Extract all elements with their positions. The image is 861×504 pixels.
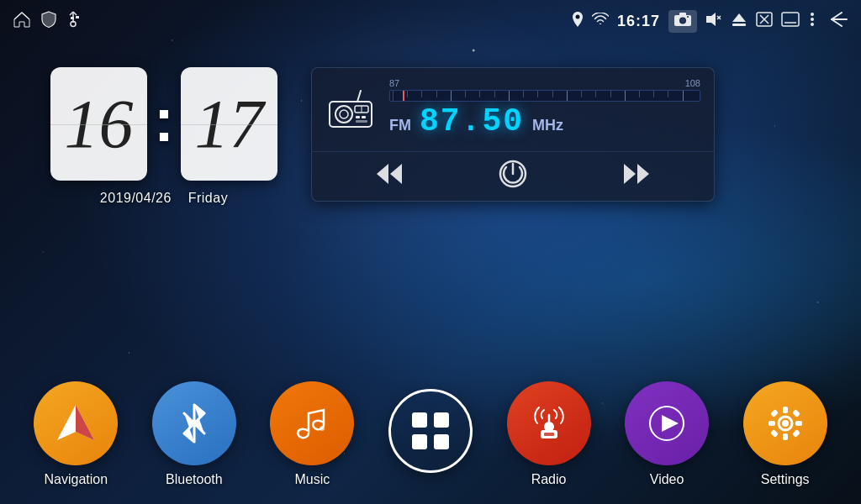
app-video[interactable]: Video (625, 381, 709, 487)
svg-rect-58 (792, 409, 800, 417)
settings-icon (763, 402, 807, 445)
usb-icon (66, 11, 80, 32)
settings-label: Settings (761, 472, 810, 487)
camera-icon[interactable] (668, 10, 697, 33)
svg-rect-20 (782, 13, 799, 26)
svg-rect-60 (792, 429, 800, 438)
back-icon[interactable] (825, 11, 848, 32)
svg-rect-16 (732, 24, 746, 26)
freq-scale-max: 108 (685, 78, 700, 88)
radio-top: 87 108 (312, 68, 714, 151)
radio-frequency: 87.50 (420, 103, 524, 139)
clock-hour-block: 16 (50, 67, 147, 181)
svg-rect-10 (679, 13, 686, 16)
radio-icon-circle (507, 381, 591, 465)
main-content: 16 : 17 2019/04/26 Friday (0, 42, 861, 504)
bluetooth-label: Bluetooth (166, 472, 223, 487)
svg-rect-4 (71, 17, 74, 19)
clock-digits: 16 : 17 (50, 67, 277, 181)
svg-line-28 (357, 91, 361, 102)
widgets-row: 16 : 17 2019/04/26 Friday (0, 42, 861, 373)
svg-marker-37 (624, 164, 636, 184)
clock-widget: 16 : 17 2019/04/26 Friday (50, 67, 277, 206)
svg-marker-50 (662, 415, 679, 432)
navigation-label: Navigation (44, 472, 108, 487)
svg-marker-35 (377, 164, 388, 184)
svg-rect-43 (434, 412, 449, 428)
eject-icon[interactable] (731, 12, 747, 31)
svg-rect-55 (769, 421, 775, 426)
video-icon (645, 402, 689, 445)
shield-icon (41, 11, 56, 32)
svg-marker-34 (390, 164, 402, 184)
freq-scale-min: 87 (389, 78, 399, 88)
svg-rect-56 (795, 421, 802, 426)
svg-point-27 (340, 110, 348, 118)
svg-rect-42 (412, 412, 427, 428)
video-icon-circle (625, 381, 709, 465)
svg-rect-53 (783, 407, 788, 413)
svg-point-26 (335, 106, 352, 123)
clock-colon: : (154, 86, 174, 155)
radio-freq-display: 87 108 (389, 78, 700, 144)
clock-date: 2019/04/26 (100, 191, 172, 205)
close-icon[interactable] (756, 12, 773, 31)
svg-rect-33 (356, 120, 367, 123)
svg-rect-59 (770, 429, 779, 438)
radio-label: Radio (531, 472, 567, 487)
svg-marker-40 (76, 405, 94, 440)
music-icon-circle (270, 381, 354, 465)
clock-minute-block: 17 (181, 67, 277, 181)
bluetooth-icon-circle (152, 381, 236, 465)
music-label: Music (295, 472, 330, 487)
status-bar: 16:17 (0, 0, 861, 42)
freq-scale: 87 108 (389, 78, 700, 98)
radio-next-button[interactable] (621, 162, 651, 186)
status-left-icons (13, 11, 80, 32)
radio-icon-wrap (325, 89, 376, 134)
wifi-icon (592, 13, 609, 30)
svg-point-6 (575, 14, 579, 18)
radio-unit-label: MHz (532, 117, 563, 134)
svg-point-22 (811, 13, 814, 16)
radio-power-button[interactable] (498, 159, 528, 189)
svg-point-23 (811, 18, 814, 21)
clock-date-day: 2019/04/26 Friday (100, 191, 228, 206)
status-time: 16:17 (617, 13, 660, 30)
svg-rect-57 (770, 409, 779, 417)
home-icon-circle (388, 389, 473, 473)
clock-day: Friday (188, 191, 228, 205)
home-grid-icon (407, 407, 454, 454)
svg-rect-32 (362, 116, 366, 118)
radio-main-freq: FM 87.50 MHz (389, 102, 700, 144)
svg-marker-12 (706, 13, 716, 26)
svg-point-9 (681, 18, 685, 23)
svg-point-24 (811, 23, 814, 26)
app-radio[interactable]: Radio (507, 381, 591, 487)
radio-band-label: FM (389, 117, 411, 134)
more-icon[interactable] (808, 11, 816, 32)
svg-rect-48 (544, 433, 554, 436)
app-bluetooth[interactable]: Bluetooth (152, 381, 236, 487)
volume-icon[interactable] (705, 12, 722, 31)
clock-hour: 16 (65, 90, 134, 159)
clock-minute: 17 (194, 90, 263, 159)
bluetooth-icon (172, 402, 216, 445)
radio-widget: 87 108 (311, 67, 715, 202)
minimize-icon[interactable] (781, 12, 800, 31)
app-home[interactable] (388, 389, 473, 480)
video-label: Video (650, 472, 684, 487)
svg-point-52 (782, 420, 789, 427)
svg-point-41 (320, 426, 325, 431)
app-music[interactable]: Music (270, 381, 354, 487)
svg-rect-45 (434, 434, 449, 449)
svg-rect-5 (76, 16, 79, 18)
svg-marker-15 (732, 13, 746, 22)
status-right-icons: 16:17 (572, 10, 848, 33)
app-settings[interactable]: Settings (743, 381, 827, 487)
app-navigation[interactable]: Navigation (34, 381, 118, 487)
svg-rect-44 (412, 434, 427, 449)
svg-point-11 (687, 16, 689, 18)
radio-prev-button[interactable] (375, 162, 405, 186)
navigation-icon (54, 402, 98, 445)
